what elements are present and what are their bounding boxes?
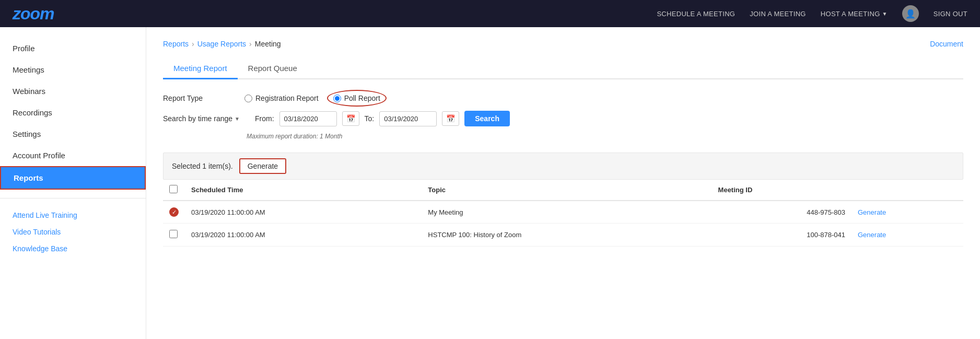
sidebar-item-account-profile[interactable]: Account Profile xyxy=(0,145,146,166)
sidebar-item-recordings[interactable]: Recordings xyxy=(0,102,146,123)
registration-report-option[interactable]: Registration Report xyxy=(244,94,319,102)
tab-meeting-report[interactable]: Meeting Report xyxy=(163,59,238,79)
row2-meeting-id: 100-878-041 xyxy=(712,224,851,247)
radio-group: Registration Report Poll Report xyxy=(244,92,384,104)
table-row: 03/19/2020 11:00:00 AM HSTCMP 100: Histo… xyxy=(163,224,963,247)
sidebar-item-meetings[interactable]: Meetings xyxy=(0,59,146,80)
breadcrumb-meeting: Meeting xyxy=(255,40,281,48)
sidebar-item-profile[interactable]: Profile xyxy=(0,38,146,59)
sidebar-link-knowledge-base[interactable]: Knowledge Base xyxy=(0,240,146,257)
table-row: ✓ 03/19/2020 11:00:00 AM My Meeting 448-… xyxy=(163,201,963,224)
select-all-checkbox[interactable] xyxy=(169,185,178,193)
top-navigation: zoom SCHEDULE A MEETING JOIN A MEETING H… xyxy=(0,0,980,27)
row2-generate-link[interactable]: Generate xyxy=(858,231,886,239)
poll-report-radio[interactable] xyxy=(333,95,341,102)
zoom-logo[interactable]: zoom xyxy=(13,4,54,24)
sidebar-divider xyxy=(0,198,146,198)
row2-topic: HSTCMP 100: History of Zoom xyxy=(422,224,711,247)
row1-scheduled-time: 03/19/2020 11:00:00 AM xyxy=(185,201,422,224)
report-type-label: Report Type xyxy=(163,94,236,102)
selected-bar: Selected 1 item(s). Generate xyxy=(163,153,963,180)
search-dropdown-label[interactable]: Search by time range ▼ xyxy=(163,114,247,123)
tab-report-queue[interactable]: Report Queue xyxy=(238,59,308,79)
to-label: To: xyxy=(365,114,375,123)
to-date-input[interactable] xyxy=(379,111,437,126)
breadcrumb: Reports › Usage Reports › Meeting Docume… xyxy=(163,40,963,48)
user-icon: 👤 xyxy=(905,9,916,19)
th-scheduled-time: Scheduled Time xyxy=(185,180,422,201)
row1-generate-link[interactable]: Generate xyxy=(858,208,886,216)
breadcrumb-usage-reports[interactable]: Usage Reports xyxy=(197,40,246,48)
report-tabs: Meeting Report Report Queue xyxy=(163,59,963,79)
row1-action-cell: Generate xyxy=(851,201,963,224)
breadcrumb-nav: Reports › Usage Reports › Meeting xyxy=(163,40,281,48)
row1-checkbox-checked[interactable]: ✓ xyxy=(169,207,179,217)
th-topic: Topic xyxy=(422,180,711,201)
row1-topic: My Meeting xyxy=(422,201,711,224)
generate-button[interactable]: Generate xyxy=(239,158,286,174)
join-meeting-link[interactable]: JOIN A MEETING xyxy=(750,10,806,18)
from-calendar-button[interactable]: 📅 xyxy=(342,111,359,126)
row1-checkbox-cell: ✓ xyxy=(163,201,185,224)
from-label: From: xyxy=(255,114,274,123)
sidebar: Profile Meetings Webinars Recordings Set… xyxy=(0,27,146,339)
max-duration-note: Maximum report duration: 1 Month xyxy=(247,133,963,140)
breadcrumb-reports[interactable]: Reports xyxy=(163,40,189,48)
registration-report-radio[interactable] xyxy=(244,95,252,102)
th-action xyxy=(851,180,963,201)
main-content: Reports › Usage Reports › Meeting Docume… xyxy=(146,27,980,339)
row1-meeting-id: 448-975-803 xyxy=(712,201,851,224)
chevron-down-icon: ▼ xyxy=(882,11,888,17)
calendar-icon: 📅 xyxy=(346,114,355,123)
to-calendar-button[interactable]: 📅 xyxy=(442,111,459,126)
document-link[interactable]: Document xyxy=(930,40,963,48)
host-meeting-link[interactable]: HOST A MEETING ▼ xyxy=(821,10,888,18)
chevron-down-icon: ▼ xyxy=(235,116,240,122)
th-checkbox xyxy=(163,180,185,201)
sidebar-item-settings[interactable]: Settings xyxy=(0,123,146,145)
row2-action-cell: Generate xyxy=(851,224,963,247)
sign-out-link[interactable]: SIGN OUT xyxy=(934,10,967,18)
row2-checkbox[interactable] xyxy=(169,230,178,238)
selected-count-text: Selected 1 item(s). xyxy=(172,162,233,170)
row2-checkbox-cell xyxy=(163,224,185,247)
from-date-input[interactable] xyxy=(279,111,337,126)
sidebar-item-reports[interactable]: Reports xyxy=(0,166,146,190)
sidebar-link-video-tutorials[interactable]: Video Tutorials xyxy=(0,224,146,240)
date-search-row: From: 📅 To: 📅 Search xyxy=(255,111,510,126)
sidebar-item-webinars[interactable]: Webinars xyxy=(0,80,146,102)
table-header-row: Scheduled Time Topic Meeting ID xyxy=(163,180,963,201)
report-type-row: Report Type Registration Report Poll Rep… xyxy=(163,92,963,104)
breadcrumb-sep-1: › xyxy=(192,40,194,48)
page-layout: Profile Meetings Webinars Recordings Set… xyxy=(0,27,980,339)
poll-report-option[interactable]: Poll Report xyxy=(329,92,384,104)
schedule-meeting-link[interactable]: SCHEDULE A MEETING xyxy=(657,10,735,18)
breadcrumb-sep-2: › xyxy=(249,40,252,48)
row2-scheduled-time: 03/19/2020 11:00:00 AM xyxy=(185,224,422,247)
search-button[interactable]: Search xyxy=(464,111,510,126)
avatar[interactable]: 👤 xyxy=(902,5,919,22)
th-meeting-id: Meeting ID xyxy=(712,180,851,201)
nav-links: SCHEDULE A MEETING JOIN A MEETING HOST A… xyxy=(657,5,967,22)
search-time-range-row: Search by time range ▼ From: 📅 To: 📅 Sea… xyxy=(163,111,963,126)
sidebar-link-live-training[interactable]: Attend Live Training xyxy=(0,207,146,224)
report-form: Report Type Registration Report Poll Rep… xyxy=(163,92,963,140)
calendar-icon-2: 📅 xyxy=(446,114,455,123)
report-table: Scheduled Time Topic Meeting ID ✓ 03/19/… xyxy=(163,180,963,247)
